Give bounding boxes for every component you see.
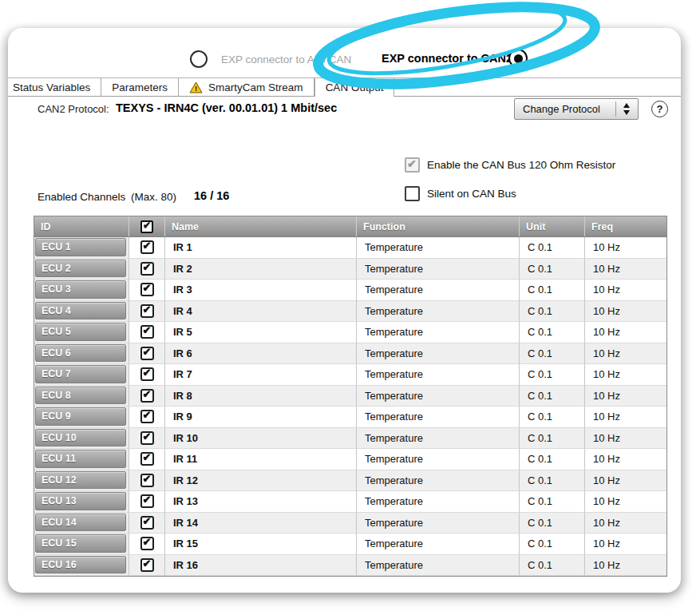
row-checkbox[interactable] xyxy=(140,410,154,423)
row-function: Temperature xyxy=(357,322,520,343)
row-checkbox[interactable] xyxy=(140,431,154,445)
tab-parameters-label: Parameters xyxy=(112,81,168,93)
row-freq: 10 Hz xyxy=(585,513,666,534)
row-function: Temperature xyxy=(357,364,520,386)
row-function: Temperature xyxy=(357,449,520,470)
row-unit: C 0.1 xyxy=(520,555,585,577)
row-id-button[interactable]: ECU 12 xyxy=(35,471,126,490)
radio-can2[interactable] xyxy=(508,49,528,68)
row-id-button[interactable]: ECU 9 xyxy=(35,407,126,426)
row-id-label: ECU 9 xyxy=(42,411,71,422)
app-window: EXP connector to AiM CAN EXP connector t… xyxy=(8,28,681,593)
row-checkbox-cell xyxy=(129,364,165,386)
row-checkbox[interactable] xyxy=(140,474,154,487)
row-checkbox[interactable] xyxy=(140,283,154,296)
tab-status-variables[interactable]: Status Variables xyxy=(8,78,101,97)
change-protocol-dropdown[interactable]: Change Protocol xyxy=(514,98,639,120)
row-checkbox-cell xyxy=(129,407,165,428)
table-row: ECU 6 IR 6 Temperature C 0.1 10 Hz xyxy=(34,343,666,365)
row-id-cell: ECU 2 xyxy=(34,259,129,280)
row-unit: C 0.1 xyxy=(520,491,585,513)
row-checkbox[interactable] xyxy=(140,325,154,339)
row-id-button[interactable]: ECU 10 xyxy=(35,429,126,447)
header-freq: Freq xyxy=(585,216,666,236)
row-id-label: ECU 5 xyxy=(42,326,71,337)
table-row: ECU 4 IR 4 Temperature C 0.1 10 Hz xyxy=(34,301,666,323)
row-id-button[interactable]: ECU 5 xyxy=(35,323,126,341)
row-id-button[interactable]: ECU 11 xyxy=(35,450,126,468)
row-id-label: ECU 4 xyxy=(42,305,71,316)
row-freq: 10 Hz xyxy=(585,449,666,470)
row-id-cell: ECU 8 xyxy=(34,386,129,407)
row-id-button[interactable]: ECU 2 xyxy=(35,260,126,278)
row-id-button[interactable]: ECU 8 xyxy=(35,387,126,405)
row-id-label: ECU 6 xyxy=(42,347,71,359)
dropdown-separator xyxy=(615,101,616,117)
row-function: Temperature xyxy=(357,428,520,450)
row-checkbox[interactable] xyxy=(140,367,154,381)
row-id-cell: ECU 1 xyxy=(34,237,129,259)
row-id-cell: ECU 10 xyxy=(34,428,129,450)
row-id-cell: ECU 16 xyxy=(34,555,129,577)
row-checkbox[interactable] xyxy=(140,389,154,403)
row-id-button[interactable]: ECU 3 xyxy=(35,280,126,299)
spinner-arrows-icon xyxy=(623,103,630,115)
page: EXP connector to AiM CAN EXP connector t… xyxy=(0,0,700,615)
row-id-label: ECU 10 xyxy=(42,432,77,443)
row-checkbox[interactable] xyxy=(140,304,154,318)
row-name: IR 2 xyxy=(165,259,357,280)
row-id-button[interactable]: ECU 15 xyxy=(35,534,126,553)
row-function: Temperature xyxy=(357,491,520,513)
row-name: IR 9 xyxy=(165,407,357,428)
row-freq: 10 Hz xyxy=(585,407,666,428)
resistor-checkbox[interactable] xyxy=(405,157,420,173)
row-checkbox-cell xyxy=(129,449,165,470)
channels-count: 16 / 16 xyxy=(194,189,229,202)
row-freq: 10 Hz xyxy=(585,555,666,577)
silent-checkbox[interactable] xyxy=(405,186,420,201)
channels-table: ID Name Function Unit Freq ECU 1 IR 1 Te… xyxy=(34,216,667,577)
row-freq: 10 Hz xyxy=(585,386,666,407)
row-id-cell: ECU 14 xyxy=(34,513,129,534)
row-id-button[interactable]: ECU 7 xyxy=(35,365,126,383)
row-id-label: ECU 14 xyxy=(42,517,77,528)
row-checkbox[interactable] xyxy=(140,262,154,276)
row-checkbox[interactable] xyxy=(140,494,154,508)
row-checkbox[interactable] xyxy=(140,516,154,530)
row-id-button[interactable]: ECU 1 xyxy=(35,238,126,256)
row-id-button[interactable]: ECU 13 xyxy=(35,492,126,510)
row-checkbox-cell xyxy=(129,343,165,365)
tab-smartycam-stream-label: SmartyCam Stream xyxy=(208,81,303,93)
header-function: Function xyxy=(357,216,520,236)
row-id-button[interactable]: ECU 4 xyxy=(35,302,126,320)
tab-smartycam-stream[interactable]: ! SmartyCam Stream xyxy=(179,78,314,97)
row-id-button[interactable]: ECU 14 xyxy=(35,514,126,532)
row-id-button[interactable]: ECU 6 xyxy=(35,344,126,363)
row-function: Temperature xyxy=(357,301,520,323)
row-checkbox[interactable] xyxy=(140,558,154,572)
can2-protocol-value: TEXYS - IRN4C (ver. 00.01.01) 1 Mbit/sec xyxy=(116,101,337,114)
enabled-channels-label: Enabled Channels xyxy=(38,191,125,203)
row-unit: C 0.1 xyxy=(520,364,585,386)
row-function: Temperature xyxy=(357,280,520,301)
row-checkbox-cell xyxy=(129,513,165,534)
silent-checkbox-label: Silent on CAN Bus xyxy=(427,188,516,200)
help-button[interactable]: ? xyxy=(651,101,668,117)
row-id-button[interactable]: ECU 16 xyxy=(35,556,126,574)
row-id-cell: ECU 9 xyxy=(34,407,129,428)
row-id-label: ECU 2 xyxy=(42,263,71,274)
radio-aim-can[interactable] xyxy=(190,50,208,68)
table-body: ECU 1 IR 1 Temperature C 0.1 10 Hz ECU 2… xyxy=(34,237,666,576)
table-row: ECU 13 IR 13 Temperature C 0.1 10 Hz xyxy=(34,491,666,513)
header-checkbox-cell xyxy=(129,216,165,236)
select-all-checkbox[interactable] xyxy=(140,220,153,233)
row-checkbox[interactable] xyxy=(140,240,154,254)
row-function: Temperature xyxy=(357,237,520,259)
row-checkbox[interactable] xyxy=(140,537,154,550)
row-checkbox[interactable] xyxy=(140,452,154,466)
row-checkbox-cell xyxy=(129,555,165,577)
tab-parameters[interactable]: Parameters xyxy=(101,78,179,97)
row-checkbox[interactable] xyxy=(140,347,154,360)
row-id-cell: ECU 12 xyxy=(34,470,129,492)
tab-can-output[interactable]: CAN Output xyxy=(314,78,395,97)
